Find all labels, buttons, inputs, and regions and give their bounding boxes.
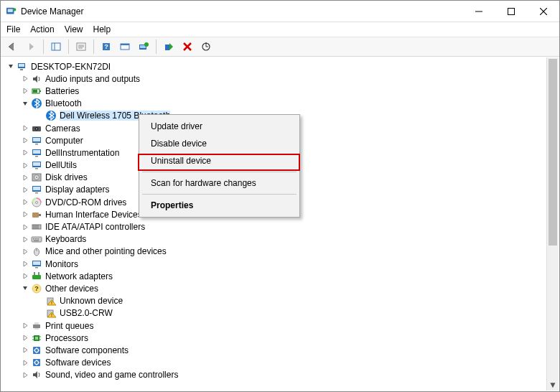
menu-view[interactable]: View — [65, 24, 83, 34]
tree-category[interactable]: Batteries — [4, 85, 546, 97]
svg-rect-1 — [8, 9, 13, 11]
expand-icon[interactable] — [20, 358, 30, 368]
hid-icon — [31, 209, 42, 220]
back-button[interactable] — [4, 39, 21, 55]
tree-category[interactable]: Software components — [4, 344, 546, 356]
tree-device[interactable]: !Unknown device — [4, 295, 546, 307]
expand-icon[interactable] — [20, 197, 30, 207]
tree-category-label: DVD/CD-ROM drives — [45, 197, 126, 207]
tree-category[interactable]: Processors — [4, 332, 546, 344]
expand-icon[interactable] — [20, 123, 30, 134]
expand-icon[interactable] — [20, 210, 30, 220]
network-icon — [31, 271, 42, 282]
tree-category[interactable]: Software devices — [4, 357, 546, 369]
minimize-button[interactable] — [462, 1, 495, 22]
expand-spacer — [34, 296, 45, 306]
svg-rect-43 — [35, 168, 38, 169]
expand-icon[interactable] — [20, 259, 30, 269]
svg-rect-20 — [165, 45, 169, 50]
tree-category-label: Batteries — [45, 86, 79, 96]
expand-icon[interactable] — [20, 136, 30, 146]
expand-icon[interactable] — [20, 271, 30, 281]
svg-rect-49 — [35, 192, 38, 194]
expand-icon[interactable] — [20, 148, 30, 158]
expand-icon[interactable] — [20, 160, 30, 170]
scroll-down-arrow[interactable]: ▼ — [547, 378, 559, 391]
expand-icon[interactable] — [20, 98, 30, 108]
expand-icon[interactable] — [20, 185, 30, 195]
tree-category-label: DellInstrumentation — [45, 148, 119, 158]
tree-category[interactable]: Bluetooth — [4, 98, 546, 110]
show-hide-tree-button[interactable] — [47, 39, 65, 55]
expand-icon[interactable] — [20, 284, 30, 294]
tree-category[interactable]: Audio inputs and outputs — [4, 73, 546, 85]
context-menu: Update driver Disable device Uninstall d… — [139, 114, 300, 218]
ctx-update-driver[interactable]: Update driver — [141, 118, 298, 135]
svg-rect-80 — [34, 328, 39, 330]
enable-device-button[interactable] — [160, 39, 177, 55]
expand-icon[interactable] — [20, 172, 30, 182]
expand-icon[interactable] — [20, 86, 30, 96]
update-driver-button[interactable] — [135, 39, 152, 55]
tree-category[interactable]: Mice and other pointing devices — [4, 246, 546, 258]
tree-category-label: Computer — [45, 136, 83, 146]
tree-category[interactable]: ?Other devices — [4, 282, 546, 294]
expand-icon[interactable] — [20, 321, 30, 331]
tree-category[interactable]: Print queues — [4, 319, 546, 332]
ctx-uninstall-device[interactable]: Uninstall device — [141, 152, 298, 169]
tree-category[interactable]: Monitors — [4, 258, 546, 270]
maximize-button[interactable] — [495, 1, 527, 22]
help-button[interactable]: ? — [98, 39, 115, 55]
svg-text:?: ? — [104, 43, 108, 50]
monitor-icon — [31, 184, 42, 195]
cd-icon — [31, 197, 42, 208]
menu-help[interactable]: Help — [93, 24, 111, 34]
expand-icon[interactable] — [20, 333, 30, 343]
tree-device[interactable]: !USB2.0-CRW — [4, 307, 546, 319]
ctx-disable-device[interactable]: Disable device — [141, 135, 298, 152]
ctx-scan-hardware[interactable]: Scan for hardware changes — [141, 174, 298, 192]
tree-category-label: Display adapters — [45, 185, 109, 195]
expand-icon[interactable] — [20, 370, 30, 380]
expand-icon[interactable] — [6, 62, 16, 72]
tree-device-label: USB2.0-CRW — [60, 308, 113, 318]
tree-category[interactable]: Sound, video and game controllers — [4, 369, 546, 381]
vertical-scrollbar[interactable]: ▲ ▼ — [546, 57, 559, 391]
audio-icon — [31, 369, 42, 381]
action-button[interactable] — [116, 39, 134, 55]
menubar: File Action View Help — [1, 22, 559, 37]
ctx-properties[interactable]: Properties — [141, 197, 298, 214]
forward-button[interactable] — [22, 39, 39, 55]
svg-rect-67 — [33, 261, 40, 265]
tree-root[interactable]: DESKTOP-EKN72DI — [4, 60, 546, 73]
menu-file[interactable]: File — [6, 24, 20, 34]
svg-text:?: ? — [34, 285, 39, 292]
tree-device-label: Unknown device — [60, 296, 123, 306]
svg-rect-52 — [32, 213, 39, 218]
tree-root-label: DESKTOP-EKN72DI — [31, 62, 111, 72]
expand-icon[interactable] — [20, 74, 30, 84]
expand-spacer — [34, 111, 45, 121]
tree-category[interactable]: Keyboards — [4, 233, 546, 246]
device-tree[interactable]: DESKTOP-EKN72DIAudio inputs and outputsB… — [1, 57, 546, 391]
tree-category-label: Audio inputs and outputs — [45, 74, 140, 84]
svg-point-46 — [36, 177, 37, 178]
tree-category[interactable]: Network adapters — [4, 270, 546, 282]
scan-hardware-button[interactable] — [197, 39, 215, 55]
expand-icon[interactable] — [20, 234, 30, 244]
svg-rect-61 — [35, 238, 37, 240]
tree-category[interactable]: IDE ATA/ATAPI controllers — [4, 220, 546, 233]
close-button[interactable] — [527, 1, 559, 22]
uninstall-device-button[interactable] — [179, 39, 196, 55]
monitor-icon — [31, 159, 42, 171]
properties-button[interactable] — [73, 39, 90, 55]
menu-action[interactable]: Action — [30, 24, 54, 34]
expand-icon[interactable] — [20, 222, 30, 232]
warn-icon: ! — [45, 295, 57, 307]
scroll-thumb[interactable] — [549, 59, 557, 246]
computer-icon — [17, 61, 28, 73]
expand-icon[interactable] — [20, 246, 30, 256]
expand-icon[interactable] — [20, 345, 30, 355]
tree-category-label: Disk drives — [45, 172, 88, 182]
camera-icon — [31, 123, 42, 134]
